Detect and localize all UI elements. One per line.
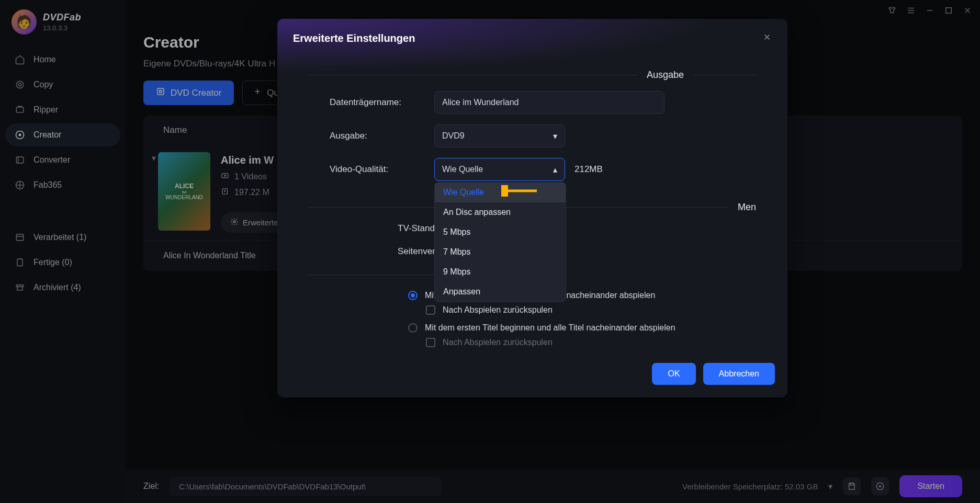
section-menu-title: Men — [738, 202, 756, 213]
quality-option[interactable]: Wie Quelle — [435, 182, 566, 202]
advanced-settings-modal: Erweiterte Einstellungen Ausgabe Datentr… — [277, 19, 787, 397]
quality-select[interactable]: Wie Quelle▴ — [434, 158, 565, 181]
checkbox-icon — [426, 338, 435, 347]
playback-option-first[interactable]: Mit dem ersten Titel beginnen und alle T… — [408, 323, 756, 333]
radio-checked-icon — [408, 291, 418, 300]
quality-option[interactable]: 9 Mbps — [435, 262, 566, 282]
cancel-button[interactable]: Abbrechen — [703, 363, 775, 385]
disc-name-label: Datenträgername: — [309, 97, 434, 108]
rewind-checkbox-disabled: Nach Abspielen zurückspulen — [408, 338, 756, 347]
close-icon[interactable] — [762, 32, 772, 44]
modal-title: Erweiterte Einstellungen — [293, 32, 415, 44]
quality-dropdown: Wie Quelle An Disc anpassen 5 Mbps 7 Mbp… — [434, 182, 566, 302]
ok-button[interactable]: OK — [652, 363, 695, 385]
quality-option[interactable]: 5 Mbps — [435, 222, 566, 242]
section-output-title: Ausgabe — [647, 70, 684, 81]
output-select[interactable]: DVD9▾ — [434, 124, 565, 147]
quality-option[interactable]: 7 Mbps — [435, 242, 566, 262]
quality-label: Video-Qualität: — [309, 164, 434, 175]
disc-name-input[interactable] — [434, 91, 664, 114]
chevron-down-icon: ▾ — [553, 131, 557, 141]
quality-option[interactable]: An Disc anpassen — [435, 202, 566, 222]
quality-option[interactable]: Anpassen — [435, 282, 566, 302]
chevron-up-icon: ▴ — [553, 165, 557, 175]
output-label: Ausgabe: — [309, 131, 434, 141]
arrow-annotation-icon — [501, 185, 538, 197]
quality-size: 212MB — [575, 164, 603, 175]
radio-unchecked-icon — [408, 323, 418, 333]
rewind-checkbox[interactable]: Nach Abspielen zurückspulen — [408, 305, 756, 315]
checkbox-icon — [426, 305, 435, 315]
